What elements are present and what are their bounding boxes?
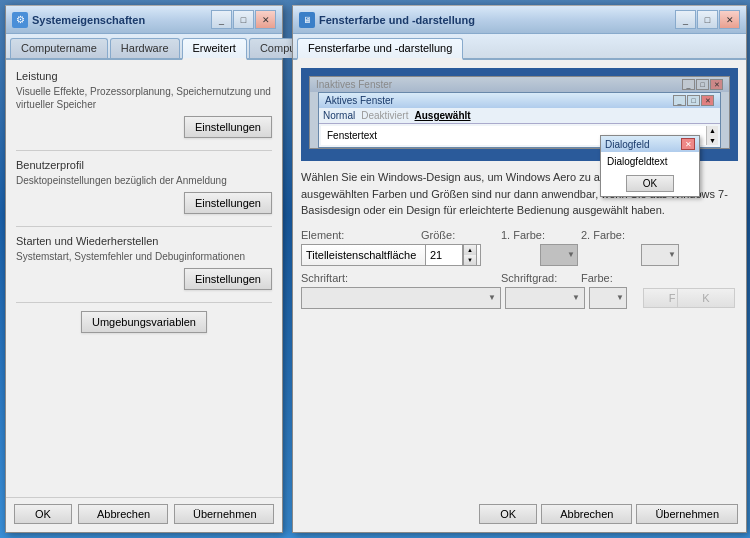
schriftart-label: Schriftart:: [301, 272, 501, 284]
starten-einstellungen-button[interactable]: Einstellungen: [184, 268, 272, 290]
schriftgrad-label: Schriftgrad:: [501, 272, 581, 284]
farbe1-arrow: ▼: [567, 250, 575, 259]
right-uebernehmen-button[interactable]: Übernehmen: [636, 504, 738, 524]
leistung-title: Leistung: [16, 70, 272, 82]
leistung-einstellungen-button[interactable]: Einstellungen: [184, 116, 272, 138]
schriftart-dropdown: ▼: [301, 287, 501, 309]
starten-title: Starten und Wiederherstellen: [16, 235, 272, 247]
tab-deaktiviert: Deaktiviert: [361, 110, 408, 121]
farbe2-arrow: ▼: [668, 250, 676, 259]
right-maximize-button[interactable]: □: [697, 10, 718, 29]
divider-1: [16, 150, 272, 151]
schriftgrad-dropdown: ▼: [505, 287, 585, 309]
right-window-title: Fensterfarbe und -darstellung: [319, 14, 675, 26]
spinner-up-icon[interactable]: ▲: [464, 245, 476, 255]
left-title-bar: ⚙ Systemeigenschaften _ □ ✕: [6, 6, 282, 34]
groesse-input[interactable]: 21: [425, 244, 463, 266]
left-abbrechen-button[interactable]: Abbrechen: [78, 504, 168, 524]
groesse-label: Größe:: [421, 229, 501, 241]
farbe2-label: 2. Farbe:: [581, 229, 661, 241]
farbe-label: Farbe:: [581, 272, 661, 284]
starten-desc: Systemstart, Systemfehler und Debuginfor…: [16, 250, 272, 263]
inactive-min: _: [682, 79, 695, 90]
divider-3: [16, 302, 272, 303]
inactive-controls: _ □ ✕: [682, 79, 723, 90]
right-bottom-buttons: OK Abbrechen Übernehmen: [479, 504, 738, 524]
left-window-title: Systemeigenschaften: [32, 14, 211, 26]
active-min: _: [673, 95, 686, 106]
section-starten: Starten und Wiederherstellen Systemstart…: [16, 235, 272, 290]
left-bottom-buttons: OK Abbrechen Übernehmen: [6, 497, 282, 524]
schriftart-arrow: ▼: [488, 293, 496, 302]
dialog-text: Dialogfeldtext: [601, 152, 699, 171]
control-labels: Element: Größe: 1. Farbe: 2. Farbe:: [301, 229, 738, 241]
active-window-preview: Aktives Fenster _ □ ✕ Normal Deaktiviert…: [318, 92, 721, 148]
tab-erweitert[interactable]: Erweitert: [182, 38, 247, 60]
tab-normal: Normal: [323, 110, 355, 121]
close-button[interactable]: ✕: [255, 10, 276, 29]
dialog-box-preview: Dialogfeld ✕ Dialogfeldtext OK: [600, 135, 700, 197]
dialog-title: Dialogfeld ✕: [601, 136, 699, 152]
preview-area: Inaktives Fenster _ □ ✕ Aktives Fenster …: [301, 68, 738, 161]
left-content: Leistung Visuelle Effekte, Prozessorplan…: [6, 60, 282, 530]
right-minimize-button[interactable]: _: [675, 10, 696, 29]
inactive-close: ✕: [710, 79, 723, 90]
section-leistung: Leistung Visuelle Effekte, Prozessorplan…: [16, 70, 272, 138]
tab-fensterfarbe[interactable]: Fensterfarbe und -darstellung: [297, 38, 463, 60]
schrift-farbe-arrow: ▼: [616, 293, 624, 302]
inactive-window-preview: Inaktives Fenster _ □ ✕ Aktives Fenster …: [309, 76, 730, 149]
right-ok-button[interactable]: OK: [479, 504, 537, 524]
active-window-title: Aktives Fenster _ □ ✕: [319, 93, 720, 108]
divider-2: [16, 226, 272, 227]
left-title-controls: _ □ ✕: [211, 10, 276, 29]
right-close-button[interactable]: ✕: [719, 10, 740, 29]
font-controls: ▼ ▼ ▼ F K: [301, 287, 738, 309]
fensterfarbe-window: 🖥 Fensterfarbe und -darstellung _ □ ✕ Fe…: [292, 5, 747, 533]
maximize-button[interactable]: □: [233, 10, 254, 29]
active-max: □: [687, 95, 700, 106]
section-benutzerprofil: Benutzerprofil Desktopeinstellungen bezü…: [16, 159, 272, 214]
font-labels: Schriftart: Schriftgrad: Farbe:: [301, 272, 738, 284]
right-window-icon: 🖥: [299, 12, 315, 28]
schrift-farbe-box: ▼: [589, 287, 627, 309]
tab-hardware[interactable]: Hardware: [110, 38, 180, 58]
farbe1-dropdown[interactable]: ▼: [540, 244, 578, 266]
dialog-close-icon: ✕: [681, 138, 695, 150]
minimize-button[interactable]: _: [211, 10, 232, 29]
leistung-desc: Visuelle Effekte, Prozessorplanung, Spei…: [16, 85, 272, 111]
element-label: Element:: [301, 229, 421, 241]
active-controls: _ □ ✕: [673, 95, 714, 106]
window-icon: ⚙: [12, 12, 28, 28]
spinner-down-icon[interactable]: ▼: [464, 255, 476, 265]
inactive-window-title: Inaktives Fenster _ □ ✕: [310, 77, 729, 92]
benutzerprofil-desc: Desktopeinstellungen bezüglich der Anmel…: [16, 174, 272, 187]
right-tab-bar: Fensterfarbe und -darstellung: [293, 34, 746, 60]
tab-ausgewaehlt: Ausgewählt: [414, 110, 470, 121]
farbe2-dropdown[interactable]: ▼: [641, 244, 679, 266]
left-ok-button[interactable]: OK: [14, 504, 72, 524]
right-title-controls: _ □ ✕: [675, 10, 740, 29]
tab-computername[interactable]: Computername: [10, 38, 108, 58]
italic-button: K: [677, 288, 735, 308]
groesse-spinner[interactable]: ▲ ▼: [463, 244, 477, 266]
active-close: ✕: [701, 95, 714, 106]
umgebungsvariablen-button[interactable]: Umgebungsvariablen: [81, 311, 207, 333]
schriftgrad-arrow: ▼: [572, 293, 580, 302]
right-content: Inaktives Fenster _ □ ✕ Aktives Fenster …: [293, 60, 746, 530]
right-abbrechen-button[interactable]: Abbrechen: [541, 504, 632, 524]
left-tab-bar: Computername Hardware Erweitert Computer…: [6, 34, 282, 60]
left-uebernehmen-button[interactable]: Übernehmen: [174, 504, 274, 524]
element-controls: Titelleistenschaltfläche ▼ 21 ▲ ▼ ▼ ▼: [301, 244, 738, 266]
right-title-bar: 🖥 Fensterfarbe und -darstellung _ □ ✕: [293, 6, 746, 34]
benutzerprofil-title: Benutzerprofil: [16, 159, 272, 171]
benutzerprofil-einstellungen-button[interactable]: Einstellungen: [184, 192, 272, 214]
active-tab-bar-preview: Normal Deaktiviert Ausgewählt: [319, 108, 720, 124]
farbe1-label: 1. Farbe:: [501, 229, 581, 241]
groesse-spinner-group: 21 ▲ ▼: [425, 244, 536, 266]
inactive-max: □: [696, 79, 709, 90]
systemeigenschaften-window: ⚙ Systemeigenschaften _ □ ✕ Computername…: [5, 5, 283, 533]
dialog-ok-button[interactable]: OK: [626, 175, 674, 192]
